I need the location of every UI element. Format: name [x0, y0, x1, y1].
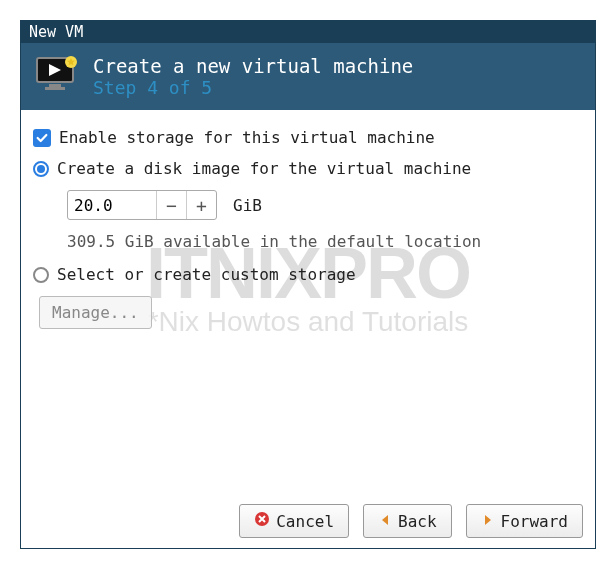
wizard-content: Enable storage for this virtual machine …	[21, 110, 595, 339]
back-label: Back	[398, 512, 437, 531]
create-disk-radio[interactable]	[33, 161, 49, 177]
wizard-step: Step 4 of 5	[93, 77, 581, 98]
disk-size-decrement[interactable]: −	[156, 191, 186, 219]
back-icon	[378, 512, 392, 531]
available-space-label: 309.5 GiB available in the default locat…	[33, 232, 583, 251]
svg-marker-7	[485, 515, 491, 525]
forward-label: Forward	[501, 512, 568, 531]
disk-size-row: − + GiB	[33, 190, 583, 220]
disk-size-increment[interactable]: +	[186, 191, 216, 219]
create-disk-row[interactable]: Create a disk image for the virtual mach…	[33, 159, 583, 178]
manage-button[interactable]: Manage...	[39, 296, 152, 329]
dialog-window: New VM Create a new virtual machine Step…	[20, 20, 596, 549]
window-titlebar[interactable]: New VM	[21, 21, 595, 43]
cancel-label: Cancel	[276, 512, 334, 531]
disk-size-unit: GiB	[233, 196, 262, 215]
enable-storage-row[interactable]: Enable storage for this virtual machine	[33, 128, 583, 147]
wizard-footer: Cancel Back Forward	[239, 504, 583, 538]
svg-marker-6	[382, 515, 388, 525]
enable-storage-label: Enable storage for this virtual machine	[59, 128, 435, 147]
window-title: New VM	[29, 23, 83, 41]
forward-icon	[481, 512, 495, 531]
monitor-icon	[35, 56, 79, 98]
custom-storage-label: Select or create custom storage	[57, 265, 356, 284]
disk-size-input[interactable]	[68, 192, 156, 219]
back-button[interactable]: Back	[363, 504, 452, 538]
forward-button[interactable]: Forward	[466, 504, 583, 538]
cancel-button[interactable]: Cancel	[239, 504, 349, 538]
wizard-header: Create a new virtual machine Step 4 of 5	[21, 43, 595, 110]
enable-storage-checkbox[interactable]	[33, 129, 51, 147]
custom-storage-row[interactable]: Select or create custom storage	[33, 265, 583, 284]
wizard-title: Create a new virtual machine	[93, 55, 581, 77]
svg-rect-2	[49, 84, 61, 87]
svg-rect-3	[45, 87, 65, 90]
disk-size-spinner[interactable]: − +	[67, 190, 217, 220]
cancel-icon	[254, 511, 270, 531]
create-disk-label: Create a disk image for the virtual mach…	[57, 159, 471, 178]
custom-storage-radio[interactable]	[33, 267, 49, 283]
